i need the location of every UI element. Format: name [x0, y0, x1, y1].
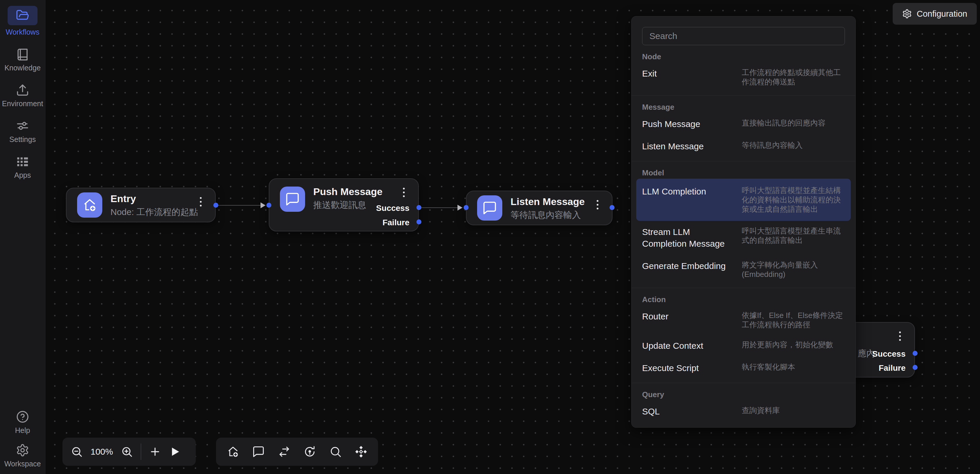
sidebar-item-apps[interactable]: Apps [14, 155, 31, 179]
node-menu-button[interactable] [595, 199, 600, 211]
sidebar-item-workspace[interactable]: Workspace [5, 444, 41, 468]
zoom-in-button[interactable] [121, 445, 133, 458]
node-entry[interactable]: Entry Node: 工作流程的起點 [66, 188, 216, 222]
sidebar: Workflows Knowledge Environment [0, 0, 45, 474]
add-entry-node-button[interactable] [226, 445, 239, 458]
port-push-success[interactable] [417, 205, 422, 210]
palette-item-name: Push Message [642, 118, 742, 130]
port-partial-success[interactable] [913, 351, 918, 356]
zoom-out-button[interactable] [71, 445, 83, 458]
port-entry-output[interactable] [213, 203, 218, 207]
palette-section-title: Model [642, 168, 845, 177]
palette-section-message: Message Push Message 直接輸出訊息的回應內容 Listen … [632, 103, 856, 161]
palette-item-update-context[interactable]: Update Context 用於更新內容，初始化變數 [642, 335, 845, 357]
search-wrap [642, 27, 845, 45]
port-partial-failure[interactable] [913, 365, 918, 370]
node-menu-button[interactable] [898, 330, 902, 342]
palette-item-name: Router [642, 311, 742, 329]
node-push-message[interactable]: Push Message 推送歡迎訊息 Success Failure [269, 178, 419, 231]
node-menu-button[interactable] [402, 187, 406, 198]
configuration-button[interactable]: Configuration [892, 3, 977, 25]
move-canvas-button[interactable] [355, 445, 368, 458]
chat-bubble-icon [477, 195, 502, 220]
search-input[interactable] [642, 27, 845, 45]
sidebar-item-label: Help [15, 426, 30, 435]
sidebar-item-settings[interactable]: Settings [10, 119, 36, 144]
folder-open-icon [8, 6, 38, 25]
palette-item-exit[interactable]: Exit 工作流程的終點或接續其他工作流程的傳送點 [642, 62, 845, 92]
palette-section-node: Node Exit 工作流程的終點或接續其他工作流程的傳送點 [632, 52, 856, 96]
sidebar-item-label: Knowledge [5, 64, 41, 72]
sidebar-item-workflows[interactable]: Workflows [6, 6, 40, 37]
palette-item-listen-message[interactable]: Listen Message 等待訊息內容輸入 [642, 135, 845, 158]
node-subtitle: Node: 工作流程的起點 [110, 207, 198, 217]
node-title: Entry [110, 193, 198, 204]
palette-item-push-message[interactable]: Push Message 直接輸出訊息的回應內容 [642, 113, 845, 135]
palette-item-description: 執行客製化腳本 [742, 362, 845, 374]
port-listen-output[interactable] [609, 205, 614, 210]
palette-section-title: Message [642, 103, 845, 112]
node-listen-message[interactable]: Listen Message 等待訊息內容輸入 [466, 191, 612, 225]
palette-section-query: Query SQL 查詢資料庫 Retrieve Knowledge 透過自然語… [632, 390, 856, 428]
palette-section-title: Node [642, 52, 845, 61]
gear-icon [16, 444, 29, 457]
palette-item-router[interactable]: Router 依據If、Else If、Else條件決定工作流程執行的路徑 [642, 305, 845, 335]
palette-item-name: Update Context [642, 340, 742, 352]
palette-item-stream-llm-completion-message[interactable]: Stream LLM Completion Message 呼叫大型語言模型並產… [642, 221, 845, 255]
run-button[interactable] [169, 446, 181, 458]
sidebar-item-label: Environment [2, 99, 43, 108]
palette-item-execute-script[interactable]: Execute Script 執行客製化腳本 [642, 357, 845, 379]
add-router-node-button[interactable] [278, 445, 291, 458]
output-label-success: Success [872, 349, 905, 359]
search-node-button[interactable] [329, 445, 342, 458]
add-button[interactable] [149, 445, 161, 458]
dots-grid-icon [16, 155, 29, 168]
node-partial[interactable]: 應內 Success Failure [847, 322, 915, 378]
chat-bubble-icon [280, 187, 305, 212]
sidebar-nav-bottom: Help Workspace [5, 410, 41, 474]
node-subtitle: 推送歡迎訊息 [313, 201, 382, 209]
palette-section-model: Model LLM Completion 呼叫大型語言模型並產生結構化的資料輸出… [632, 168, 856, 288]
palette-item-description: 查詢資料庫 [742, 405, 845, 417]
add-message-node-button[interactable] [252, 445, 265, 458]
node-title: Listen Message [511, 196, 585, 206]
port-listen-input[interactable] [464, 205, 469, 210]
add-llm-node-button[interactable] [303, 445, 316, 458]
workflow-editor: { "app": { "configuration_label": "Confi… [0, 0, 980, 474]
help-circle-icon [16, 410, 29, 423]
node-title: Push Message [313, 187, 382, 196]
palette-item-generate-embedding[interactable]: Generate Embedding 將文字轉化為向量嵌入 (Embedding… [642, 255, 845, 284]
palette-item-llm-completion[interactable]: LLM Completion 呼叫大型語言模型並產生結構化的資料輸出以輔助流程的… [636, 179, 851, 221]
sidebar-item-label: Apps [14, 171, 31, 179]
sidebar-item-label: Settings [10, 135, 36, 144]
upload-icon [16, 83, 29, 97]
gear-icon [902, 9, 912, 19]
node-shortcut-toolbar [216, 437, 378, 466]
palette-item-name: Stream LLM Completion Message [642, 226, 742, 250]
palette-section-action: Action Router 依據If、Else If、Else條件決定工作流程執… [632, 295, 856, 383]
output-label-failure: Failure [878, 363, 905, 373]
edge-success-to-listen [422, 207, 463, 208]
sidebar-item-knowledge[interactable]: Knowledge [5, 48, 41, 72]
home-plus-icon [77, 192, 102, 218]
configuration-label: Configuration [917, 9, 967, 19]
palette-item-sql[interactable]: SQL 查詢資料庫 [642, 401, 845, 423]
edge-entry-to-push [218, 205, 266, 206]
book-icon [16, 48, 29, 61]
palette-item-name: Generate Embedding [642, 260, 742, 279]
port-push-failure[interactable] [417, 219, 422, 224]
palette-item-description: 等待訊息內容輸入 [742, 140, 845, 152]
sidebar-item-label: Workspace [5, 460, 41, 468]
palette-item-retrieve-knowledge[interactable]: Retrieve Knowledge 透過自然語言檢索知識庫 [642, 423, 845, 428]
palette-item-description: 依據If、Else If、Else條件決定工作流程執行的路徑 [742, 311, 845, 329]
sliders-icon [16, 119, 29, 132]
sidebar-item-environment[interactable]: Environment [2, 83, 43, 108]
palette-section-title: Action [642, 295, 845, 304]
sidebar-item-help[interactable]: Help [15, 410, 30, 435]
palette-item-description: 用於更新內容，初始化變數 [742, 340, 845, 352]
port-push-input[interactable] [266, 203, 271, 207]
palette-item-name: Listen Message [642, 140, 742, 152]
node-menu-button[interactable] [199, 196, 203, 207]
palette-section-title: Query [642, 390, 845, 399]
palette-item-description: 工作流程的終點或接續其他工作流程的傳送點 [742, 68, 845, 86]
